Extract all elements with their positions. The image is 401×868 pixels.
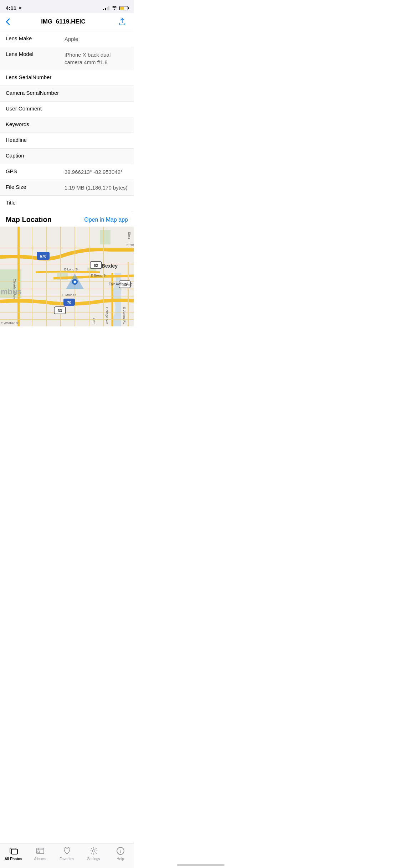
metadata-value: 1.19 MB (1,186,170 bytes) — [65, 184, 128, 191]
svg-text:E Main St: E Main St — [62, 293, 77, 297]
metadata-label: Caption — [6, 153, 65, 159]
wifi-icon — [112, 5, 117, 11]
metadata-value: Apple — [65, 35, 128, 43]
metadata-row: File Size1.19 MB (1,186,170 bytes) — [0, 180, 134, 196]
metadata-label: Headline — [6, 137, 65, 143]
svg-text:33: 33 — [58, 309, 62, 313]
metadata-row: Lens SerialNumber — [0, 70, 134, 86]
status-time: 4:11 ➤ — [6, 5, 22, 11]
metadata-row: Caption — [0, 149, 134, 164]
metadata-row: Title — [0, 196, 134, 211]
svg-text:E Broad St: E Broad St — [91, 274, 107, 277]
share-button[interactable] — [117, 16, 128, 27]
svg-text:E 5th Ave: E 5th Ave — [127, 243, 134, 247]
svg-text:College Ave: College Ave — [105, 307, 109, 324]
battery-icon — [119, 6, 128, 10]
svg-text:70: 70 — [67, 300, 71, 305]
map-view[interactable]: 670 62 40 70 33 Stelz E 5th Ave Clevelan… — [0, 227, 134, 326]
map-section-title: Map Location — [6, 216, 52, 224]
svg-text:62: 62 — [94, 263, 98, 268]
metadata-row: Lens MakeApple — [0, 31, 134, 47]
metadata-label: Camera SerialNumber — [6, 90, 65, 96]
metadata-row: Camera SerialNumber — [0, 86, 134, 102]
metadata-label: Lens SerialNumber — [6, 74, 65, 80]
svg-text:E Long St: E Long St — [64, 268, 78, 271]
metadata-row: Keywords — [0, 117, 134, 133]
metadata-row: User Comment — [0, 102, 134, 117]
metadata-table: Lens MakeAppleLens ModeliPhone X back du… — [0, 31, 134, 211]
svg-text:670: 670 — [40, 254, 46, 258]
nav-header: IMG_6119.HEIC — [0, 13, 134, 31]
signal-icon — [103, 6, 109, 10]
svg-text:S James Rd: S James Rd — [123, 307, 126, 324]
metadata-label: Keywords — [6, 121, 65, 127]
metadata-row: GPS39.966213° -82.953042° — [0, 164, 134, 180]
metadata-value: iPhone X back dual camera 4mm f/1.8 — [65, 51, 128, 66]
metadata-row: Headline — [0, 133, 134, 149]
metadata-label: User Comment — [6, 105, 65, 112]
map-section-header: Map Location Open in Map app — [0, 211, 134, 227]
svg-text:Fair Ave: Fair Ave — [119, 282, 133, 286]
svg-text:e Rd: e Rd — [92, 317, 96, 324]
svg-text:Stelz: Stelz — [128, 232, 131, 239]
svg-rect-3 — [100, 230, 110, 244]
status-bar: 4:11 ➤ — [0, 0, 134, 13]
svg-text:Bexley: Bexley — [102, 263, 118, 269]
metadata-row: Lens ModeliPhone X back dual camera 4mm … — [0, 47, 134, 70]
page-title: IMG_6119.HEIC — [10, 18, 117, 25]
metadata-label: Lens Model — [6, 51, 65, 57]
svg-text:E Whittier St: E Whittier St — [1, 321, 19, 325]
metadata-label: File Size — [6, 184, 65, 190]
metadata-label: Title — [6, 200, 65, 206]
metadata-label: GPS — [6, 168, 65, 174]
svg-text:mbus: mbus — [1, 287, 22, 296]
open-in-map-link[interactable]: Open in Map app — [84, 217, 128, 223]
svg-point-31 — [74, 281, 76, 283]
metadata-label: Lens Make — [6, 35, 65, 41]
back-button[interactable] — [6, 18, 10, 25]
metadata-value: 39.966213° -82.953042° — [65, 168, 128, 176]
location-arrow-icon: ➤ — [19, 6, 22, 10]
status-icons — [103, 5, 128, 11]
